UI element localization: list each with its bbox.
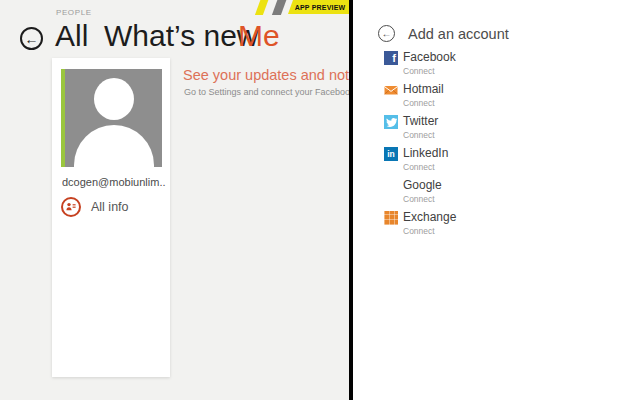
app-preview-badge: APP PREVIEW bbox=[288, 0, 349, 14]
connect-link[interactable]: Connect bbox=[403, 194, 442, 204]
connect-link[interactable]: Connect bbox=[403, 66, 456, 76]
account-item-google[interactable]: Google Connect bbox=[384, 179, 456, 204]
account-name: Twitter bbox=[403, 115, 438, 128]
tab-bar: All What’s new Me bbox=[0, 19, 349, 59]
google-icon bbox=[384, 179, 398, 193]
all-info-label: All info bbox=[91, 200, 129, 214]
preview-stripe-yellow bbox=[255, 0, 269, 15]
people-pane: PEOPLE ← All What’s new Me APP PREVIEW d… bbox=[0, 0, 349, 400]
connect-link[interactable]: Connect bbox=[403, 98, 444, 108]
account-name: Google bbox=[403, 179, 442, 192]
avatar-accent-stripe bbox=[61, 69, 65, 167]
app-title: PEOPLE bbox=[56, 8, 92, 17]
add-account-header: ← Add an account bbox=[378, 25, 509, 42]
connect-link[interactable]: Connect bbox=[403, 162, 448, 172]
me-profile-card[interactable]: dcogen@mobiunlim.... All info bbox=[52, 58, 170, 377]
add-account-panel: ← Add an account f Facebook Connect bbox=[353, 0, 640, 400]
account-item-exchange[interactable]: Exchange Connect bbox=[384, 211, 456, 236]
tab-me[interactable]: Me bbox=[238, 19, 280, 53]
connect-link[interactable]: Connect bbox=[403, 226, 456, 236]
preview-stripe-gray bbox=[272, 0, 287, 15]
account-item-twitter[interactable]: Twitter Connect bbox=[384, 115, 456, 140]
tab-all[interactable]: All bbox=[55, 19, 88, 53]
account-list: f Facebook Connect Hotmail Connect bbox=[384, 51, 456, 243]
account-name: Exchange bbox=[403, 211, 456, 224]
account-name: Facebook bbox=[403, 51, 456, 64]
account-name: Hotmail bbox=[403, 83, 444, 96]
updates-subtext: Go to Settings and connect your Facebook… bbox=[184, 87, 349, 97]
facebook-icon: f bbox=[384, 51, 398, 65]
twitter-icon bbox=[384, 115, 398, 129]
me-email: dcogen@mobiunlim.... bbox=[62, 176, 166, 188]
connect-link[interactable]: Connect bbox=[403, 130, 438, 140]
back-arrow-icon: ← bbox=[382, 28, 392, 39]
panel-back-button[interactable]: ← bbox=[378, 25, 395, 42]
app-preview-badge-label: APP PREVIEW bbox=[292, 4, 346, 11]
panel-title: Add an account bbox=[408, 26, 509, 42]
tab-whats-new[interactable]: What’s new bbox=[104, 19, 259, 53]
people-app-screen: PEOPLE ← All What’s new Me APP PREVIEW d… bbox=[0, 0, 640, 400]
all-info-button[interactable]: All info bbox=[61, 197, 129, 217]
avatar-silhouette-head bbox=[94, 78, 134, 120]
account-item-hotmail[interactable]: Hotmail Connect bbox=[384, 83, 456, 108]
contact-card-icon bbox=[61, 197, 81, 217]
exchange-icon bbox=[384, 211, 398, 225]
account-item-facebook[interactable]: f Facebook Connect bbox=[384, 51, 456, 76]
avatar-silhouette-body bbox=[74, 125, 154, 167]
avatar bbox=[61, 69, 162, 167]
account-name: LinkedIn bbox=[403, 147, 448, 160]
hotmail-icon bbox=[384, 83, 398, 97]
updates-heading: See your updates and notificat bbox=[183, 67, 349, 83]
linkedin-icon: in bbox=[384, 147, 398, 161]
account-item-linkedin[interactable]: in LinkedIn Connect bbox=[384, 147, 456, 172]
